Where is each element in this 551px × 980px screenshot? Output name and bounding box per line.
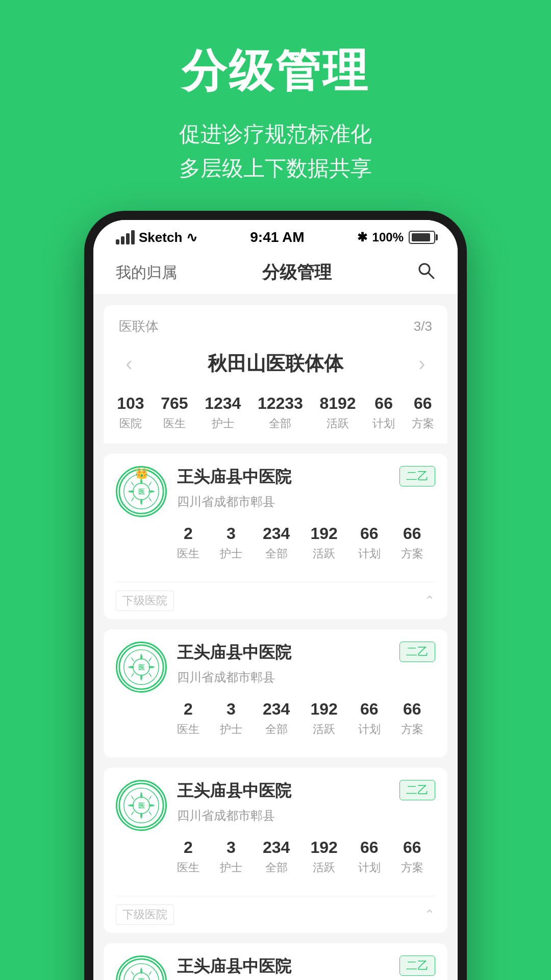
hospital-stat-label: 护士	[220, 860, 242, 875]
union-name: 秋田山医联体体	[139, 351, 412, 377]
hospital-name: 王头庙县中医院	[177, 642, 291, 664]
sub-hospital-label: 下级医院	[116, 904, 174, 925]
sub-hospital-divider: 下级医院 ⌃	[116, 896, 435, 933]
union-stat-number: 66	[414, 394, 432, 413]
union-stat-item: 103 医院	[117, 394, 144, 431]
hospital-header: 医 王头庙县中医院 二乙 四川省成都市郫县 2 医生 3 护士 234 全部 1…	[116, 780, 435, 896]
hospital-stat-number: 192	[310, 524, 337, 543]
union-stat-label: 活跃	[327, 416, 349, 431]
hospital-stat-label: 全部	[265, 722, 288, 737]
carrier-name: Sketch	[139, 230, 182, 246]
hospital-grade-badge: 二乙	[399, 466, 435, 486]
hospital-stat-number: 66	[360, 838, 379, 857]
hospital-stat-item: 66 方案	[401, 700, 423, 737]
hospital-stat-item: 234 全部	[263, 838, 290, 875]
collapse-icon[interactable]: ⌃	[424, 593, 435, 609]
hospital-stat-label: 护士	[220, 722, 242, 737]
union-label-row: 医联体 3/3	[119, 317, 432, 335]
hospital-info: 王头庙县中医院 二乙 四川省成都市郫县 2 医生 3 护士 234 全部 192…	[177, 780, 435, 886]
hospital-info: 王头庙县中医院 二乙 四川省成都市郫县 2 医生 3 护士 234 全部 192…	[177, 642, 435, 747]
union-stat-label: 医生	[163, 416, 186, 431]
hospital-info: 王头庙县中医院 二乙 四川省成都市郫县 2 医生 3 护士 234 全部 192…	[177, 955, 435, 980]
crown-badge: 👑	[135, 467, 148, 480]
hospital-stat-number: 3	[227, 700, 236, 719]
hospital-stat-label: 计划	[358, 546, 381, 561]
hospital-card[interactable]: 医 王头庙县中医院 二乙 四川省成都市郫县 2 医生 3 护士 234 全部 1…	[104, 943, 447, 980]
hospital-stats-row: 2 医生 3 护士 234 全部 192 活跃 66 计划 66 方案	[177, 692, 435, 747]
hospital-stats-row: 2 医生 3 护士 234 全部 192 活跃 66 计划 66 方案	[177, 516, 435, 572]
hospital-stat-label: 计划	[358, 860, 381, 875]
hospital-stat-item: 192 活跃	[310, 838, 337, 875]
union-nav: ‹ 秋田山医联体体 ›	[119, 346, 432, 389]
hospital-stat-label: 活跃	[313, 546, 335, 561]
search-button[interactable]	[417, 261, 435, 284]
union-stat-item: 8192 活跃	[319, 394, 356, 431]
hospital-address: 四川省成都市郫县	[177, 669, 435, 685]
union-stat-number: 765	[161, 394, 188, 413]
sub-hospital-divider: 下级医院 ⌃	[116, 582, 435, 619]
union-stat-item: 66 方案	[412, 394, 434, 431]
union-header: 医联体 3/3 ‹ 秋田山医联体体 ›	[104, 305, 447, 389]
union-stat-label: 医院	[119, 416, 142, 431]
union-next-button[interactable]: ›	[412, 352, 432, 375]
hospital-address: 四川省成都市郫县	[177, 494, 435, 510]
signal-icon	[116, 230, 135, 244]
hospital-stat-number: 234	[263, 524, 290, 543]
hospital-stat-item: 192 活跃	[310, 700, 337, 737]
hospital-name-row: 王头庙县中医院 二乙	[177, 642, 435, 664]
search-icon	[417, 261, 435, 280]
hospital-address: 四川省成都市郫县	[177, 807, 435, 824]
hospital-stat-item: 3 护士	[220, 524, 242, 561]
back-button[interactable]: 我的归属	[116, 262, 177, 283]
hospital-grade-badge: 二乙	[399, 955, 435, 976]
signal-bar-2	[121, 236, 124, 244]
status-bar: Sketch ∿ 9:41 AM ✱ 100%	[93, 220, 458, 251]
hospital-name: 王头庙县中医院	[177, 780, 291, 802]
union-stat-item: 12233 全部	[258, 394, 303, 431]
hospital-stat-item: 2 医生	[177, 700, 199, 737]
union-stat-number: 8192	[319, 394, 356, 413]
hospital-header: 医 王头庙县中医院 二乙 四川省成都市郫县 2 医生 3 护士 234 全部 1…	[116, 642, 435, 757]
hospital-stat-item: 3 护士	[220, 700, 242, 737]
bluetooth-icon: ✱	[357, 230, 367, 244]
hospital-logo: 医	[116, 955, 167, 980]
union-stat-item: 765 医生	[161, 394, 188, 431]
hospital-stat-item: 192 活跃	[310, 524, 337, 561]
hospital-stat-number: 192	[310, 838, 337, 857]
hospital-stat-label: 方案	[401, 722, 423, 737]
hospital-name: 王头庙县中医院	[177, 466, 291, 488]
union-prev-button[interactable]: ‹	[119, 352, 139, 375]
collapse-icon[interactable]: ⌃	[424, 907, 435, 923]
hospital-stat-label: 计划	[358, 722, 381, 737]
battery-icon	[409, 231, 435, 244]
hospital-name-row: 王头庙县中医院 二乙	[177, 780, 435, 802]
hospital-stat-number: 3	[227, 524, 236, 543]
hospital-card[interactable]: 医 王头庙县中医院 二乙 四川省成都市郫县 2 医生 3 护士 234 全部 1…	[104, 768, 447, 933]
hospital-stat-item: 234 全部	[263, 700, 290, 737]
hospital-stat-label: 全部	[265, 546, 288, 561]
hospital-list: 👑 医 王头庙县中医院 二乙 四川省成都市郫县	[93, 454, 458, 980]
hospital-grade-badge: 二乙	[399, 642, 435, 662]
hospital-stat-item: 3 护士	[220, 838, 242, 875]
union-stat-number: 66	[374, 394, 393, 413]
union-stat-item: 66 计划	[372, 394, 395, 431]
svg-text:医: 医	[138, 664, 145, 671]
hospital-header: 👑 医 王头庙县中医院 二乙 四川省成都市郫县	[116, 466, 435, 582]
hospital-stat-number: 66	[403, 524, 421, 543]
union-stat-item: 1234 护士	[205, 394, 241, 431]
hospital-stat-number: 66	[403, 838, 421, 857]
battery-fill	[412, 233, 430, 241]
hospital-card[interactable]: 👑 医 王头庙县中医院 二乙 四川省成都市郫县	[104, 454, 447, 619]
hospital-stat-label: 医生	[177, 546, 199, 561]
status-right: ✱ 100%	[357, 230, 435, 244]
union-label: 医联体	[119, 317, 159, 335]
svg-line-1	[429, 273, 434, 278]
union-stats-row: 103 医院 765 医生 1234 护士 12233 全部 8192 活跃 6…	[104, 389, 447, 444]
hospital-stat-item: 66 计划	[358, 524, 381, 561]
hospital-logo: 医	[116, 642, 167, 693]
hospital-card[interactable]: 医 王头庙县中医院 二乙 四川省成都市郫县 2 医生 3 护士 234 全部 1…	[104, 629, 447, 757]
status-time: 9:41 AM	[250, 229, 304, 246]
hospital-name-row: 王头庙县中医院 二乙	[177, 466, 435, 488]
union-stat-number: 103	[117, 394, 144, 413]
hospital-stat-number: 2	[184, 524, 193, 543]
